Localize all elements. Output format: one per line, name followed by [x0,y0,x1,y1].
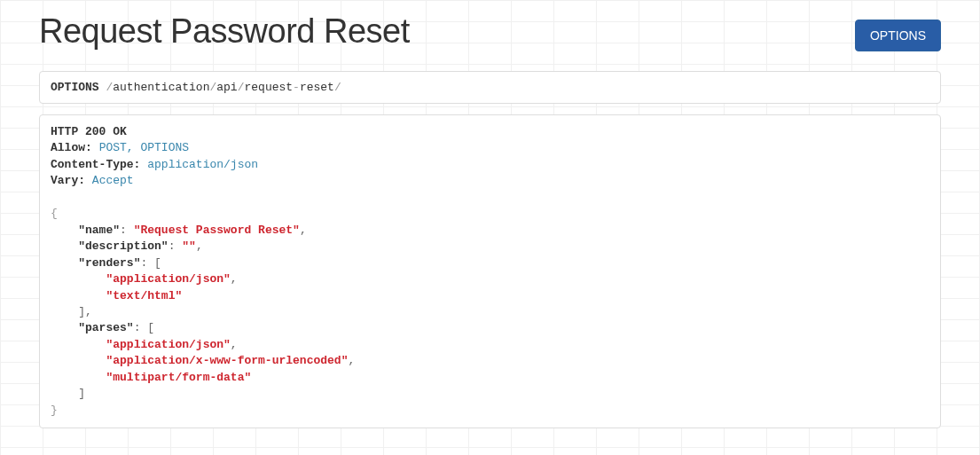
status-line: HTTP 200 OK [51,125,127,138]
path-dash: - [293,81,300,94]
json-renders-item: "text/html" [106,289,182,302]
response-box: HTTP 200 OK Allow: POST, OPTIONS Content… [39,114,941,428]
path-seg-request: request [244,81,293,94]
json-key-renders: "renders" [78,256,140,270]
page-container: Request Password Reset OPTIONS OPTIONS /… [0,0,980,428]
json-open-brace: { [51,207,58,220]
options-button[interactable]: OPTIONS [855,20,941,51]
path-seg-reset: reset [300,81,334,94]
json-key-name: "name" [78,224,120,237]
json-key-description: "description" [78,239,168,253]
path-seg-authentication: authentication [113,81,209,94]
json-parses-item: "application/json" [106,338,230,351]
header-vary-key: Vary: [51,174,85,187]
path-slash: / [334,81,341,94]
json-val-description: "" [182,239,196,253]
path-seg-api: api [216,81,237,94]
page-title: Request Password Reset [39,12,410,51]
header-vary-value: Accept [92,174,134,187]
header-row: Request Password Reset OPTIONS [39,0,941,51]
json-parses-item: "multipart/form-data" [106,371,251,384]
header-content-type-key: Content-Type: [51,158,140,171]
json-renders-item: "application/json" [106,272,230,286]
header-allow-value: POST, OPTIONS [99,141,189,154]
request-line-box: OPTIONS /authentication/api/request-rese… [39,71,941,104]
json-val-name: "Request Password Reset" [134,224,300,237]
json-close-brace: } [51,404,58,417]
json-key-parses: "parses" [78,321,133,334]
json-parses-item: "application/x-www-form-urlencoded" [106,354,348,367]
header-content-type-value: application/json [147,158,258,171]
request-method: OPTIONS [51,81,99,94]
header-allow-key: Allow: [51,141,92,154]
